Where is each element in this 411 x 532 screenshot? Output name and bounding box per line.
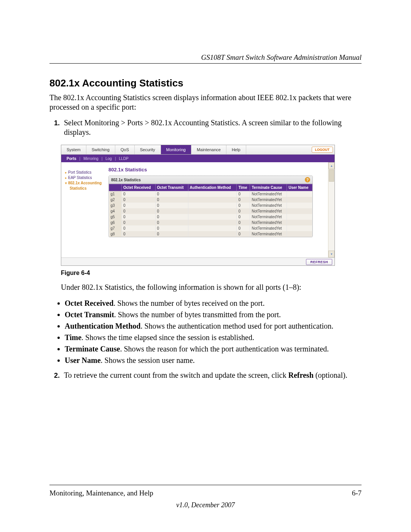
footer-rule bbox=[49, 485, 362, 485]
cell-port: g2 bbox=[109, 197, 122, 203]
sidebar-label: Port Statistics bbox=[68, 170, 91, 174]
cell-terminate-cause: NotTerminatedYet bbox=[250, 231, 287, 237]
table-row: g1000NotTerminatedYet bbox=[109, 191, 312, 197]
col-octet-received: Octet Received bbox=[122, 184, 156, 191]
step2-refresh: Refresh bbox=[288, 371, 313, 379]
cell-terminate-cause: NotTerminatedYet bbox=[250, 208, 287, 214]
cell-user-name bbox=[287, 225, 312, 231]
table-row: g8000NotTerminatedYet bbox=[109, 231, 312, 237]
step2-suffix: (optional). bbox=[314, 371, 347, 379]
scroll-thumb[interactable] bbox=[329, 169, 334, 182]
bullet-desc: . Shows the session user name. bbox=[101, 356, 195, 364]
sidebar-label: 802.1x Accounting bbox=[68, 181, 102, 185]
bullet-term: Octet Received bbox=[65, 299, 113, 307]
tab-maintenance[interactable]: Maintenance bbox=[191, 145, 226, 154]
sidebar-eap-statistics[interactable]: ▸EAP Statistics bbox=[65, 176, 105, 180]
tab-security[interactable]: Security bbox=[135, 145, 161, 154]
cell-auth-method bbox=[188, 203, 237, 208]
chevron-down-icon: ▾ bbox=[65, 181, 67, 185]
cell-auth-method bbox=[188, 225, 237, 231]
cell-time: 0 bbox=[237, 203, 250, 208]
cell-port: g6 bbox=[109, 220, 122, 225]
bullet-term: Authentication Method bbox=[65, 322, 140, 330]
help-icon[interactable]: ? bbox=[305, 177, 310, 182]
cell-user-name bbox=[287, 191, 312, 197]
cell-auth-method bbox=[188, 191, 237, 197]
subtab-lldp[interactable]: LLDP bbox=[116, 157, 132, 161]
cell-octet-received: 0 bbox=[122, 191, 156, 197]
tab-qos[interactable]: QoS bbox=[115, 145, 135, 154]
statistics-panel: 802.1x Statistics ? Octet Received Octet… bbox=[108, 176, 313, 237]
cell-terminate-cause: NotTerminatedYet bbox=[250, 220, 287, 225]
sidebar-port-statistics[interactable]: ▸Port Statistics bbox=[65, 170, 105, 174]
cell-time: 0 bbox=[237, 231, 250, 237]
list-item: User Name. Shows the session user name. bbox=[65, 355, 362, 365]
app-screenshot: System Switching QoS Security Monitoring… bbox=[61, 145, 335, 266]
top-nav-bar: System Switching QoS Security Monitoring… bbox=[61, 145, 335, 155]
sub-nav-bar: Ports | Mirroring | Log | LLDP bbox=[61, 155, 335, 162]
subtab-log[interactable]: Log bbox=[102, 157, 115, 161]
sidebar-8021x-accounting-sub[interactable]: Statistics bbox=[70, 186, 105, 190]
bullet-desc: . Shows the number of bytes received on … bbox=[113, 299, 264, 307]
cell-user-name bbox=[287, 231, 312, 237]
bullet-term: User Name bbox=[65, 356, 101, 364]
cell-auth-method bbox=[188, 231, 237, 237]
cell-time: 0 bbox=[237, 225, 250, 231]
cell-time: 0 bbox=[237, 220, 250, 225]
cell-octet-received: 0 bbox=[122, 197, 156, 203]
tab-monitoring[interactable]: Monitoring bbox=[161, 145, 191, 154]
panel-title: 802.1x Statistics bbox=[108, 167, 313, 173]
cell-octet-transmit: 0 bbox=[155, 208, 188, 214]
cell-octet-received: 0 bbox=[122, 208, 156, 214]
cell-port: g4 bbox=[109, 208, 122, 214]
footer-section: Monitoring, Maintenance, and Help bbox=[49, 489, 153, 497]
tab-system[interactable]: System bbox=[61, 145, 86, 154]
bullet-list: Octet Received. Shows the number of byte… bbox=[49, 298, 362, 365]
bullet-desc: . Shows the time elapsed since the sessi… bbox=[81, 333, 254, 342]
cell-octet-transmit: 0 bbox=[155, 203, 188, 208]
refresh-button[interactable]: REFRESH bbox=[306, 259, 332, 265]
cell-time: 0 bbox=[237, 191, 250, 197]
cell-octet-received: 0 bbox=[122, 214, 156, 220]
scroll-down-icon[interactable]: ▾ bbox=[328, 251, 335, 257]
cell-auth-method bbox=[188, 208, 237, 214]
cell-octet-transmit: 0 bbox=[155, 225, 188, 231]
tab-switching[interactable]: Switching bbox=[86, 145, 115, 154]
step-2: To retrieve the current count from the s… bbox=[62, 371, 362, 380]
list-item: Terminate Cause. Shows the reason for wh… bbox=[65, 344, 362, 354]
bullet-desc: . Shows the reason for which the port au… bbox=[120, 345, 329, 353]
col-auth-method: Authentication Method bbox=[188, 184, 237, 191]
cell-port: g5 bbox=[109, 214, 122, 220]
logout-button[interactable]: LOGOUT bbox=[312, 147, 333, 153]
vertical-scrollbar[interactable]: ▴ ▾ bbox=[328, 162, 335, 257]
step2-prefix: To retrieve the current count from the s… bbox=[64, 371, 288, 379]
doc-header: GS108T Smart Switch Software Administrat… bbox=[49, 53, 362, 64]
cell-terminate-cause: NotTerminatedYet bbox=[250, 191, 287, 197]
col-terminate-cause: Terminate Cause bbox=[250, 184, 287, 191]
cell-port: g7 bbox=[109, 225, 122, 231]
col-user-name: User Name bbox=[287, 184, 312, 191]
col-time: Time bbox=[237, 184, 250, 191]
bullet-term: Terminate Cause bbox=[65, 345, 120, 353]
scroll-track[interactable] bbox=[328, 182, 335, 251]
col-port bbox=[109, 184, 122, 191]
sidebar-label: EAP Statistics bbox=[68, 176, 92, 180]
scroll-up-icon[interactable]: ▴ bbox=[328, 162, 335, 169]
sidebar-8021x-accounting[interactable]: ▾802.1x Accounting bbox=[65, 181, 105, 185]
cell-terminate-cause: NotTerminatedYet bbox=[250, 225, 287, 231]
cell-octet-transmit: 0 bbox=[155, 231, 188, 237]
cell-user-name bbox=[287, 220, 312, 225]
cell-time: 0 bbox=[237, 197, 250, 203]
figure-caption: Figure 6-4 bbox=[61, 270, 362, 276]
cell-port: g1 bbox=[109, 191, 122, 197]
table-row: g4000NotTerminatedYet bbox=[109, 208, 312, 214]
subtab-ports[interactable]: Ports bbox=[64, 157, 80, 161]
tab-help[interactable]: Help bbox=[226, 145, 246, 154]
sidebar: ▸Port Statistics ▸EAP Statistics ▾802.1x… bbox=[61, 162, 108, 257]
cell-time: 0 bbox=[237, 208, 250, 214]
cell-user-name bbox=[287, 208, 312, 214]
cell-user-name bbox=[287, 214, 312, 220]
cell-auth-method bbox=[188, 197, 237, 203]
subtab-mirroring[interactable]: Mirroring bbox=[80, 157, 101, 161]
cell-octet-transmit: 0 bbox=[155, 191, 188, 197]
